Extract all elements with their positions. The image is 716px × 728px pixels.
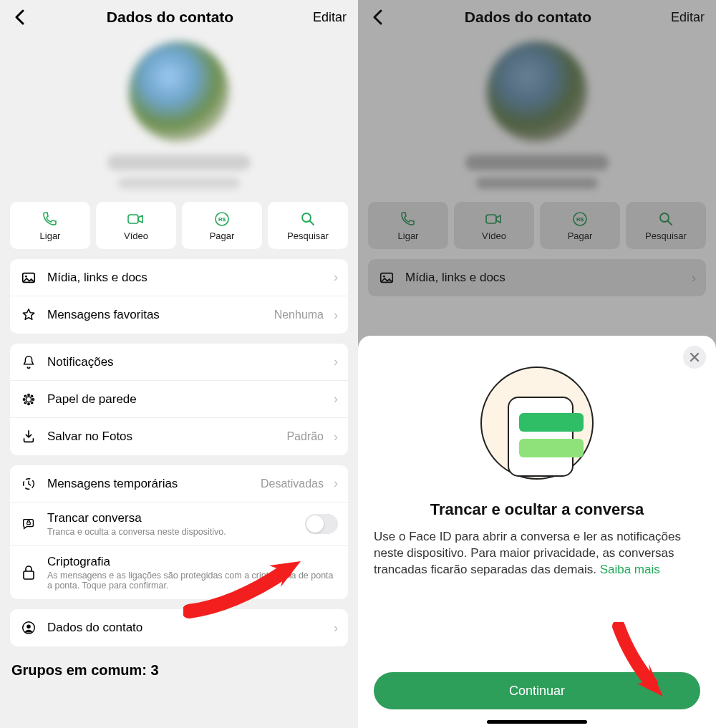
notifications-label: Notificações (47, 355, 324, 369)
row-favorites[interactable]: Mensagens favoritas Nenhuma › (10, 296, 348, 334)
pay-icon: R$ (213, 210, 231, 228)
section-contact: Dados do contato › (10, 609, 348, 646)
search-button[interactable]: Pesquisar (268, 202, 348, 249)
lock-chat-icon (20, 516, 37, 532)
sheet-title: Trancar e ocultar a conversa (374, 500, 700, 519)
header: Dados do contato Editar (0, 0, 358, 34)
groups-in-common: Grupos em comum: 3 (0, 656, 358, 684)
search-label: Pesquisar (287, 230, 329, 241)
profile-block (0, 34, 358, 202)
lock-chat-toggle[interactable] (305, 514, 338, 534)
svg-point-15 (31, 402, 32, 403)
section-settings: Notificações › Papel de parede › Salvar … (10, 344, 348, 455)
edit-button[interactable]: Editar (313, 10, 347, 25)
home-indicator (487, 720, 587, 724)
svg-point-9 (28, 403, 29, 404)
screen-contact-info: Dados do contato Editar Ligar Vídeo R$ P… (0, 0, 358, 728)
wallpaper-label: Papel de parede (47, 392, 324, 407)
screen-lock-sheet: Dados do contato Editar Ligar Vídeo R$ P… (358, 0, 716, 728)
disappearing-value: Desativadas (261, 477, 324, 490)
chevron-right-icon: › (334, 476, 338, 491)
chevron-right-icon: › (334, 308, 338, 323)
section-media: Mídia, links e docs › Mensagens favorita… (10, 259, 348, 334)
svg-point-10 (23, 398, 24, 399)
svg-text:R$: R$ (218, 216, 226, 223)
save-photos-label: Salvar no Fotos (47, 429, 276, 444)
media-label: Mídia, links e docs (47, 271, 324, 285)
phone-icon (42, 210, 59, 228)
svg-point-11 (32, 398, 34, 399)
section-privacy: Mensagens temporárias Desativadas › Tran… (10, 465, 348, 599)
disappearing-label: Mensagens temporárias (47, 477, 251, 491)
sheet-body: Use o Face ID para abrir a conversa e le… (374, 529, 700, 578)
contact-phone (118, 178, 240, 189)
wallpaper-icon (20, 392, 37, 407)
row-contact-details[interactable]: Dados do contato › (10, 609, 348, 646)
svg-point-6 (25, 275, 27, 277)
row-notifications[interactable]: Notificações › (10, 344, 348, 381)
contact-name (107, 155, 251, 170)
save-photos-value: Padrão (286, 430, 324, 443)
lock-chat-sub: Tranca e oculta a conversa neste disposi… (47, 527, 295, 537)
svg-rect-17 (27, 522, 31, 525)
close-button[interactable] (683, 346, 706, 369)
chevron-right-icon: › (334, 429, 338, 445)
video-icon (127, 210, 145, 228)
row-media[interactable]: Mídia, links e docs › (10, 259, 348, 296)
lock-illustration-icon (480, 366, 594, 480)
svg-rect-0 (128, 215, 138, 223)
svg-rect-30 (519, 413, 584, 432)
learn-more-link[interactable]: Saiba mais (600, 563, 660, 576)
svg-rect-18 (24, 571, 34, 579)
pay-label: Pagar (210, 230, 235, 241)
svg-point-13 (31, 395, 32, 397)
search-icon (299, 210, 316, 228)
bell-icon (20, 354, 37, 370)
action-row: Ligar Vídeo R$ Pagar Pesquisar (0, 202, 358, 259)
chevron-right-icon: › (334, 392, 338, 407)
row-save-photos[interactable]: Salvar no Fotos Padrão › (10, 418, 348, 455)
row-wallpaper[interactable]: Papel de parede › (10, 381, 348, 418)
continue-label: Continuar (509, 684, 565, 699)
star-icon (20, 307, 37, 323)
download-icon (20, 429, 37, 445)
favorites-value: Nenhuma (274, 309, 324, 321)
chevron-right-icon: › (334, 354, 338, 369)
row-lock-chat[interactable]: Trancar conversa Tranca e oculta a conve… (10, 503, 348, 546)
encryption-label: Criptografia (47, 555, 338, 569)
contact-details-label: Dados do contato (47, 621, 324, 635)
svg-point-3 (302, 213, 311, 222)
media-icon (20, 270, 37, 286)
lock-icon (20, 565, 37, 581)
pay-button[interactable]: R$ Pagar (182, 202, 262, 249)
chevron-right-icon: › (334, 270, 338, 285)
svg-point-12 (24, 395, 26, 397)
timer-icon (20, 476, 37, 492)
svg-point-14 (24, 402, 26, 403)
encryption-sub: As mensagens e as ligações são protegida… (47, 571, 338, 591)
svg-point-8 (28, 394, 29, 395)
svg-rect-29 (508, 397, 573, 476)
avatar[interactable] (129, 42, 229, 142)
video-button[interactable]: Vídeo (96, 202, 176, 249)
svg-point-20 (26, 624, 31, 628)
continue-button[interactable]: Continuar (374, 672, 700, 709)
chevron-right-icon: › (334, 621, 338, 636)
favorites-label: Mensagens favoritas (47, 308, 264, 322)
row-encryption[interactable]: Criptografia As mensagens e as ligações … (10, 546, 348, 599)
back-icon[interactable] (11, 9, 27, 25)
lock-chat-sheet: Trancar e ocultar a conversa Use o Face … (358, 336, 716, 728)
video-label: Vídeo (124, 230, 148, 241)
lock-chat-label: Trancar conversa (47, 511, 295, 525)
call-button[interactable]: Ligar (10, 202, 90, 249)
call-label: Ligar (40, 230, 61, 241)
row-disappearing[interactable]: Mensagens temporárias Desativadas › (10, 465, 348, 503)
contact-icon (20, 620, 37, 636)
svg-rect-31 (519, 439, 584, 457)
close-icon (690, 352, 700, 362)
page-title: Dados do contato (107, 9, 233, 26)
svg-line-4 (310, 221, 314, 225)
svg-point-7 (26, 397, 31, 402)
